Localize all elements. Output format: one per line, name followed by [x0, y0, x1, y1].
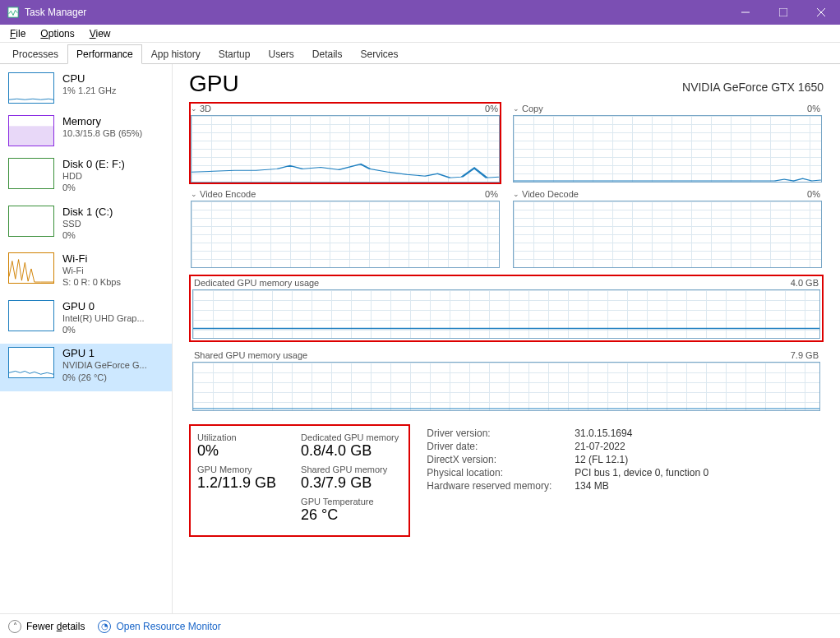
chevron-down-icon[interactable]: ⌄ — [513, 190, 519, 198]
stat-gpu-memory: 1.2/11.9 GB — [197, 474, 276, 492]
chevron-up-icon: ˄ — [8, 620, 21, 633]
sidebar-item-disk0[interactable]: Disk 0 (E: F:)HDD0% — [0, 155, 172, 202]
tab-app-history[interactable]: App history — [142, 44, 210, 63]
minimize-button[interactable] — [727, 0, 764, 25]
chart-3d[interactable]: ⌄3D0% — [189, 102, 501, 184]
tab-processes[interactable]: Processes — [3, 44, 67, 63]
app-icon — [7, 6, 20, 19]
chart-shared-memory[interactable]: Shared GPU memory usage7.9 GB — [189, 347, 824, 414]
menu-bar: File Options View — [0, 25, 840, 43]
stats-highlight: Utilization 0% GPU Memory 1.2/11.9 GB De… — [189, 424, 410, 537]
stat-dedicated: 0.8/4.0 GB — [301, 442, 399, 460]
chart-copy[interactable]: ⌄Copy0% — [511, 102, 824, 184]
stat-temperature: 26 °C — [301, 506, 399, 524]
stat-shared: 0.3/7.9 GB — [301, 474, 399, 492]
maximize-button[interactable] — [764, 0, 802, 25]
close-button[interactable] — [802, 0, 840, 25]
page-title: GPU — [189, 71, 239, 97]
sidebar-item-disk1[interactable]: Disk 1 (C:)SSD0% — [0, 202, 172, 250]
driver-info: Driver version:31.0.15.1694 Driver date:… — [427, 424, 708, 537]
chevron-down-icon[interactable]: ⌄ — [191, 104, 197, 113]
window-title: Task Manager — [25, 7, 86, 18]
device-name: NVIDIA GeForce GTX 1650 — [682, 81, 824, 94]
chart-video-encode[interactable]: ⌄Video Encode0% — [189, 187, 501, 270]
sidebar: CPU1% 1.21 GHz Memory10.3/15.8 GB (65%) … — [0, 64, 173, 613]
chart-video-decode[interactable]: ⌄Video Decode0% — [511, 187, 824, 270]
sidebar-item-wifi[interactable]: Wi-FiWi-FiS: 0 R: 0 Kbps — [0, 249, 172, 297]
chevron-down-icon[interactable]: ⌄ — [513, 104, 519, 113]
tab-users[interactable]: Users — [259, 44, 302, 63]
sidebar-item-gpu1[interactable]: GPU 1NVIDIA GeForce G...0% (26 °C) — [0, 344, 172, 391]
footer-bar: ˄ Fewer details ◔ Open Resource Monitor — [0, 613, 840, 638]
chevron-down-icon[interactable]: ⌄ — [191, 190, 197, 198]
tab-services[interactable]: Services — [352, 44, 408, 63]
title-bar: Task Manager — [0, 0, 840, 25]
chart-dedicated-memory[interactable]: Dedicated GPU memory usage4.0 GB — [189, 275, 824, 342]
tab-details[interactable]: Details — [303, 44, 352, 63]
menu-file[interactable]: File — [3, 26, 32, 41]
menu-options[interactable]: Options — [34, 26, 81, 41]
stat-utilization: 0% — [197, 442, 276, 460]
tab-bar: Processes Performance App history Startu… — [0, 43, 840, 64]
tab-startup[interactable]: Startup — [210, 44, 260, 63]
sidebar-item-gpu0[interactable]: GPU 0Intel(R) UHD Grap...0% — [0, 297, 172, 344]
menu-view[interactable]: View — [83, 26, 118, 41]
tab-performance[interactable]: Performance — [67, 44, 142, 64]
fewer-details-button[interactable]: ˄ Fewer details — [8, 620, 85, 633]
svg-rect-5 — [9, 126, 53, 146]
monitor-icon: ◔ — [98, 620, 111, 633]
sidebar-item-cpu[interactable]: CPU1% 1.21 GHz — [0, 69, 172, 112]
open-resource-monitor-link[interactable]: ◔ Open Resource Monitor — [98, 620, 220, 633]
main-panel: GPU NVIDIA GeForce GTX 1650 ⌄3D0% ⌄Copy0… — [173, 64, 840, 613]
sidebar-item-memory[interactable]: Memory10.3/15.8 GB (65%) — [0, 112, 172, 155]
svg-rect-2 — [779, 8, 787, 16]
sidebar-label: CPU — [62, 72, 116, 85]
